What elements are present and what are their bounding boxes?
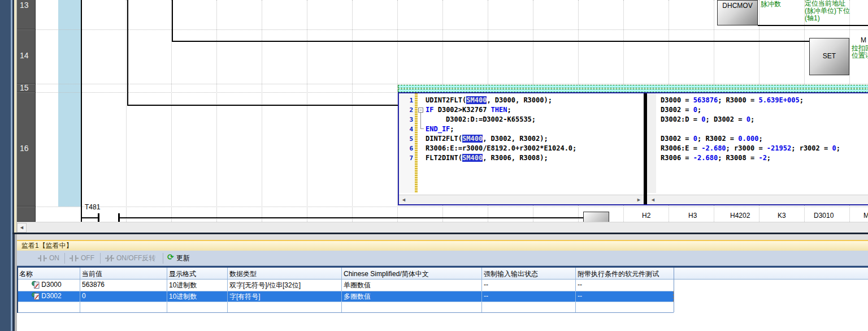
st-monitor-text: ; (697, 106, 701, 114)
column-header-format[interactable]: 显示格式 (169, 269, 227, 279)
ladder-hscrollbar[interactable]: ◄ (17, 222, 868, 233)
column-header-type[interactable]: 数据类型 (229, 269, 341, 279)
test-cell[interactable]: -- (578, 281, 672, 289)
column-separator[interactable] (341, 268, 342, 312)
format-cell[interactable]: 10进制数 (169, 281, 227, 290)
column-separator[interactable] (481, 268, 482, 312)
st-monitor-text: ; r3000 = (726, 144, 767, 152)
operand-k3[interactable]: K3 (778, 212, 786, 220)
off-contact-icon (69, 255, 79, 262)
operand-m[interactable]: M (863, 212, 868, 220)
st-monitor-text: ; (800, 96, 804, 104)
device-icon (32, 292, 40, 300)
watch-window-title: 监看1【监看中】 (21, 242, 73, 250)
st-monitor-text: D3000 = (661, 96, 693, 104)
operand-h3[interactable]: H3 (688, 212, 697, 220)
value-cell[interactable]: 0 (82, 292, 166, 300)
column-separator[interactable] (80, 268, 80, 312)
force-cell[interactable]: -- (484, 281, 575, 289)
column-header-value[interactable]: 当前值 (82, 269, 166, 279)
column-header-name[interactable]: 名称 (19, 269, 79, 279)
column-separator[interactable] (227, 268, 228, 312)
operand-h2[interactable]: H2 (642, 212, 650, 220)
st-monitor-value: 563876 (693, 96, 718, 104)
refresh-icon: ⟳ (167, 252, 174, 262)
device-name-cell[interactable]: D3002 (32, 292, 80, 300)
device-name-cell[interactable]: D3000 (32, 281, 80, 289)
on-button[interactable]: ON (49, 253, 59, 263)
ladder-grid-line (307, 0, 307, 222)
off-button[interactable]: OFF (81, 253, 94, 263)
on-off-toggle-button[interactable]: ON/OFF反转 (116, 253, 155, 263)
scroll-left-icon[interactable]: ◄ (649, 196, 657, 204)
set-instruction-block[interactable]: SET (809, 38, 849, 75)
st-monitor-value: 0 (693, 106, 697, 114)
rung-number-13: 13 (20, 1, 29, 10)
branch-vertical-1 (127, 0, 128, 106)
st-popup-header (398, 85, 868, 93)
st-code-segment: , D3002, R3002); (483, 135, 548, 143)
st-code-segment: ; (507, 106, 511, 114)
st-monitor-text: ; R3008 = (718, 154, 758, 162)
watch-window-titlebar[interactable]: 监看1【监看中】 (17, 240, 868, 251)
st-monitor-gutter (647, 93, 656, 193)
st-monitor-line: R3006:E = -2.680; r3000 = -21952; r3002 … (661, 144, 840, 153)
st-monitor-value: -21952 (767, 144, 791, 152)
format-cell[interactable]: 10进制数 (169, 292, 227, 302)
st-monitor-text: ; (750, 115, 754, 123)
operand-h4202[interactable]: H4202 (730, 212, 750, 220)
st-code-segment: UDINT2FLT( (426, 96, 466, 104)
st-highlighted-token: SM400 (462, 135, 483, 143)
st-monitor-pane[interactable]: D3000 = 563876; R3000 = 5.639E+005;D3002… (661, 96, 840, 163)
st-line-number: 6 (399, 144, 413, 153)
st-code-pane[interactable]: UDINT2FLT(SM400, D3000, R3000);IF D3002>… (426, 96, 576, 163)
test-cell[interactable]: -- (578, 292, 672, 300)
dhcmov-label: DHCMOV (722, 2, 752, 10)
column-header-force[interactable]: 强制输入输出状态 (484, 269, 575, 279)
comment-cell[interactable]: 多圈数值 (344, 292, 481, 302)
rung-14-wire (172, 41, 810, 42)
scroll-right-icon[interactable]: ► (635, 196, 643, 204)
ladder-left-trim (14, 0, 16, 233)
value-cell[interactable]: 563876 (82, 281, 166, 289)
comment-cell[interactable]: 单圈数值 (344, 281, 481, 290)
set-label: SET (823, 52, 836, 60)
scroll-left-icon[interactable]: ◄ (400, 196, 407, 204)
instruction-block-partial[interactable] (583, 212, 609, 222)
column-separator[interactable] (575, 268, 576, 312)
st-code-line: R3006:E:=r3000/E8192.0+r3002*E1024.0; (426, 144, 576, 153)
rung-number-15: 15 (20, 84, 29, 92)
rung-number-16: 16 (20, 144, 29, 153)
force-cell[interactable]: -- (484, 292, 575, 300)
st-code-segment: FLT2DINT( (426, 154, 462, 162)
st-monitor-value: -2 (758, 154, 766, 162)
st-line-number: 5 (399, 134, 413, 144)
st-code-segment: , D3000, R3000); (487, 96, 552, 104)
table-right-border (674, 268, 674, 312)
rung-cell-empty[interactable] (17, 207, 35, 222)
st-code-segment: END_IF (426, 125, 450, 133)
st-monitor-line: R3006 = -2.680; R3008 = -2; (661, 153, 840, 163)
st-code-segment: D3002>K32767 (433, 106, 491, 114)
dhcmov-instruction-block[interactable]: DHCMOV (717, 0, 758, 25)
table-header-row[interactable]: 名称 当前值 显示格式 数据类型 Chinese Simplified/简体中文… (17, 268, 868, 280)
set-device-comment: 拉扣回 位置读 (852, 45, 868, 59)
st-monitor-text: ; R3000 = (718, 96, 758, 104)
st-monitor-text: ; (836, 144, 840, 152)
st-line-number: 3 (399, 115, 413, 124)
type-cell[interactable]: 字[有符号] (229, 292, 341, 302)
fold-collapse-icon[interactable]: − (418, 108, 423, 113)
rung-number-gutter[interactable]: 13 14 15 16 (17, 0, 36, 222)
st-line-number: 2 (399, 105, 413, 115)
st-monitor-scrollbar[interactable]: ◄ (647, 195, 868, 204)
column-separator[interactable] (167, 268, 167, 312)
st-highlighted-token: SM400 (466, 96, 487, 104)
refresh-button[interactable]: 更新 (176, 253, 190, 263)
window-left-edge (0, 0, 11, 331)
column-header-comment[interactable]: Chinese Simplified/简体中文 (344, 269, 481, 279)
scroll-left-button[interactable]: ◄ (17, 223, 27, 233)
operand-d3010[interactable]: D3010 (814, 212, 834, 220)
st-code-scrollbar[interactable]: ◄ ► (399, 195, 644, 204)
type-cell[interactable]: 双字[无符号]/位串[32位] (229, 281, 341, 290)
st-monitor-text: R3006 = (661, 154, 693, 162)
